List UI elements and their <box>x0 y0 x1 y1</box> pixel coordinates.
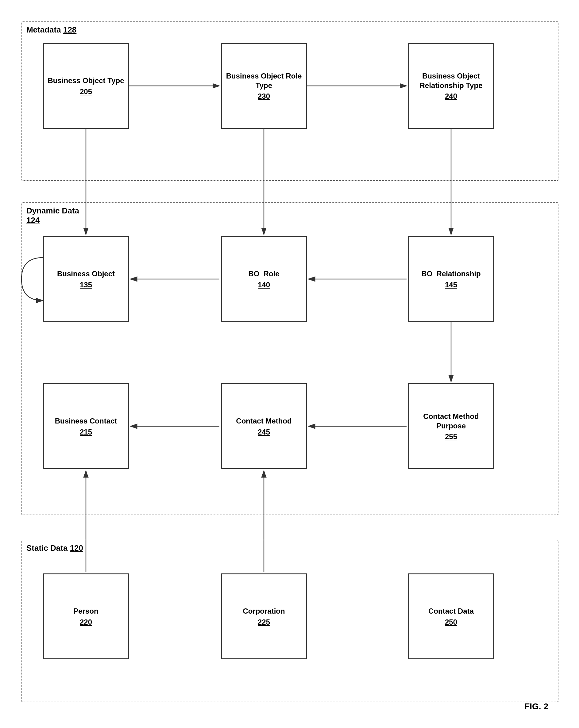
cd-title: Contact Data <box>428 606 474 616</box>
diagram: Metadata 128 Dynamic Data 124 Static Dat… <box>12 12 567 718</box>
bo-title: Business Object <box>57 269 115 279</box>
borelt-title: Business Object Relationship Type <box>412 71 490 90</box>
cm-num: 245 <box>258 428 270 436</box>
contact-method-box: Contact Method 245 <box>221 383 307 469</box>
bo-role-box: BO_Role 140 <box>221 236 307 322</box>
fig-label: FIG. 2 <box>524 702 548 711</box>
business-contact-box: Business Contact 215 <box>43 383 129 469</box>
contact-method-purpose-box: Contact Method Purpose 255 <box>408 383 494 469</box>
borole-num: 140 <box>258 281 270 289</box>
bort-title: Business Object Role Type <box>225 71 303 90</box>
bc-num: 215 <box>80 428 92 436</box>
bc-title: Business Contact <box>55 416 117 426</box>
bo-num: 135 <box>80 281 92 289</box>
cmp-title: Contact Method Purpose <box>412 412 490 431</box>
borel-num: 145 <box>445 281 457 289</box>
static-label: Static Data 120 <box>26 543 83 553</box>
bort-num: 230 <box>258 92 270 101</box>
corporation-box: Corporation 225 <box>221 573 307 659</box>
bo-relationship-box: BO_Relationship 145 <box>408 236 494 322</box>
business-object-role-type-box: Business Object Role Type 230 <box>221 43 307 129</box>
borole-title: BO_Role <box>248 269 279 279</box>
borelt-num: 240 <box>445 92 457 101</box>
borel-title: BO_Relationship <box>421 269 480 279</box>
business-object-relationship-type-box: Business Object Relationship Type 240 <box>408 43 494 129</box>
corp-num: 225 <box>258 618 270 626</box>
dynamic-label: Dynamic Data 124 <box>26 206 79 225</box>
cmp-num: 255 <box>445 433 457 441</box>
person-num: 220 <box>80 618 92 626</box>
cd-num: 250 <box>445 618 457 626</box>
person-title: Person <box>73 606 98 616</box>
metadata-label: Metadata 128 <box>26 25 76 35</box>
bot-num: 205 <box>80 87 92 96</box>
business-object-box: Business Object 135 <box>43 236 129 322</box>
business-object-type-box: Business Object Type 205 <box>43 43 129 129</box>
cm-title: Contact Method <box>236 416 292 426</box>
person-box: Person 220 <box>43 573 129 659</box>
contact-data-box: Contact Data 250 <box>408 573 494 659</box>
corp-title: Corporation <box>243 606 285 616</box>
bot-title: Business Object Type <box>48 76 124 85</box>
